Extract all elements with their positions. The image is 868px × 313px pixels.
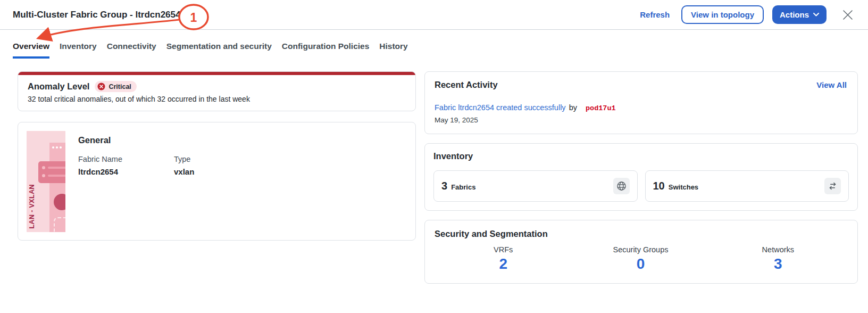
chevron-down-icon [813, 13, 819, 17]
illustration-dot [52, 146, 54, 149]
activity-by-text: by [569, 103, 577, 112]
illustration-dot [60, 146, 62, 149]
activity-event-link[interactable]: Fabric ltrdcn2654 created successfully [435, 103, 566, 112]
security-segmentation-title: Security and Segmentation [435, 229, 847, 239]
activity-date: May 19, 2025 [435, 116, 847, 124]
actions-button-label: Actions [780, 10, 809, 19]
critical-badge: Critical [95, 81, 136, 92]
tab-configuration-policies[interactable]: Configuration Policies [282, 42, 369, 59]
tab-overview[interactable]: Overview [13, 42, 49, 59]
inventory-title: Inventory [433, 151, 849, 161]
activity-user: pod17u1 [586, 104, 616, 112]
tab-segmentation-and-security[interactable]: Segmentation and security [166, 42, 272, 59]
security-groups-label: Security Groups [572, 245, 709, 254]
inventory-card: Inventory 3 Fabrics [424, 143, 858, 211]
view-all-link[interactable]: View All [816, 80, 847, 89]
security-segmentation-card: Security and Segmentation VRFs 2 Securit… [424, 220, 858, 284]
tab-inventory[interactable]: Inventory [60, 42, 97, 59]
illustration-dashed-box [54, 217, 65, 232]
fabrics-label: Fabrics [451, 183, 475, 191]
anomaly-level-title: Anomaly Level [28, 81, 89, 92]
header-actions: Refresh View in topology Actions [637, 5, 854, 24]
illustration-label: LAN - VXLAN [28, 184, 36, 229]
switches-count: 10 [653, 180, 665, 192]
fabric-name-label: Fabric Name [78, 155, 174, 163]
recent-activity-title: Recent Activity [435, 80, 498, 90]
activity-event-row: Fabric ltrdcn2654 created successfully b… [435, 103, 847, 112]
tab-history[interactable]: History [379, 42, 407, 59]
drawer-header: Multi-Cluster Fabric Group - ltrdcn2654 … [0, 0, 868, 30]
critical-badge-label: Critical [108, 83, 131, 90]
anomaly-description: 32 total critical anomalies, out of whic… [28, 95, 406, 103]
tab-connectivity[interactable]: Connectivity [107, 42, 156, 59]
right-column: Recent Activity View All Fabric ltrdcn26… [424, 71, 858, 284]
page-title: Multi-Cluster Fabric Group - ltrdcn2654 [13, 10, 181, 20]
globe-icon [613, 178, 630, 194]
fabrics-tile[interactable]: 3 Fabrics [433, 170, 638, 202]
switches-label: Switches [669, 183, 698, 191]
fabrics-count: 3 [441, 180, 447, 192]
illustration-server [38, 161, 65, 183]
close-icon[interactable] [841, 9, 854, 21]
networks-label: Networks [710, 245, 847, 254]
type-value: vxlan [174, 167, 270, 176]
critical-icon [97, 83, 105, 90]
vrfs-label: VRFs [435, 245, 572, 254]
networks-value[interactable]: 3 [710, 256, 847, 273]
type-field: Type vxlan [174, 155, 270, 176]
overview-content: Anomaly Level Critical 32 total critical… [0, 59, 868, 284]
vrfs-value[interactable]: 2 [435, 256, 572, 273]
fabric-name-value: ltrdcn2654 [78, 167, 174, 176]
general-card: LAN - VXLAN General Fabric Name ltrdcn26… [18, 122, 416, 241]
fabric-name-field: Fabric Name ltrdcn2654 [78, 155, 174, 176]
security-groups-value[interactable]: 0 [572, 256, 709, 273]
anomaly-level-card: Anomaly Level Critical 32 total critical… [18, 71, 416, 111]
left-column: Anomaly Level Critical 32 total critical… [18, 71, 416, 241]
recent-activity-card: Recent Activity View All Fabric ltrdcn26… [424, 71, 858, 134]
type-label: Type [174, 155, 270, 163]
lan-vxlan-illustration: LAN - VXLAN [27, 131, 65, 232]
illustration-dot [56, 146, 58, 149]
tab-bar: Overview Inventory Connectivity Segmenta… [0, 30, 868, 59]
security-groups-stat: Security Groups 0 [572, 245, 709, 273]
switches-tile[interactable]: 10 Switches [645, 170, 849, 202]
general-title: General [78, 135, 270, 145]
vrfs-stat: VRFs 2 [435, 245, 572, 273]
refresh-button[interactable]: Refresh [637, 10, 673, 20]
switch-icon [824, 178, 841, 194]
view-in-topology-button[interactable]: View in topology [681, 5, 764, 24]
actions-button[interactable]: Actions [772, 5, 827, 24]
networks-stat: Networks 3 [710, 245, 847, 273]
